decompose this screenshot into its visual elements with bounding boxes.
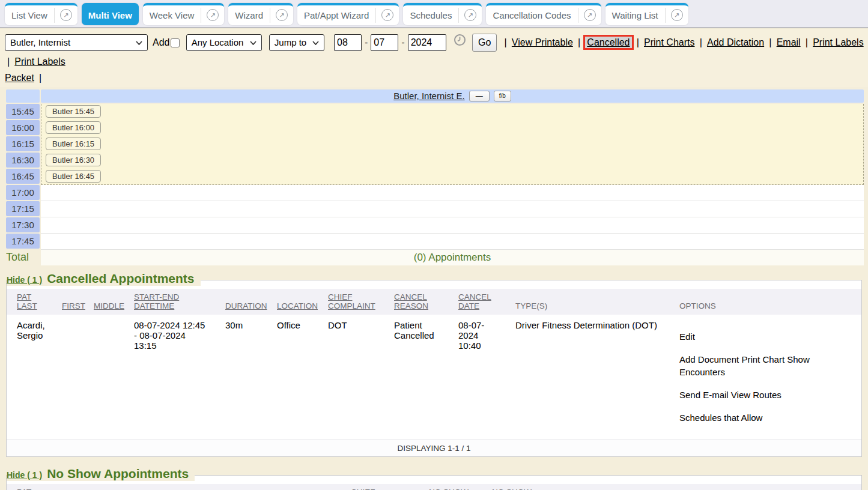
- open-in-new-button[interactable]: ↗: [270, 5, 293, 25]
- slot-button-1545[interactable]: Butler 15:45: [46, 105, 101, 118]
- col-first[interactable]: FIRST: [62, 289, 94, 315]
- arrow-up-right-icon: ↗: [381, 9, 393, 21]
- cell-options: Edit Add Document Print Chart Show Encou…: [679, 315, 861, 440]
- col-noshow-reason[interactable]: NO SHOW REASON: [429, 484, 492, 490]
- col-types: TYPE(S): [552, 484, 622, 490]
- options-action-links[interactable]: Edit: [679, 330, 857, 343]
- empty-schedule-row[interactable]: [41, 217, 864, 234]
- provider-name-link[interactable]: Butler, Internist E.: [393, 91, 464, 101]
- date-day-input[interactable]: [371, 34, 398, 51]
- col-duration[interactable]: DURATION: [248, 484, 300, 490]
- col-first[interactable]: FIRST: [62, 484, 94, 490]
- open-in-new-button[interactable]: ↗: [578, 5, 601, 25]
- noshow-section-legend: Hide ( 1 ) No Show Appointments: [7, 467, 195, 481]
- open-in-new-button[interactable]: ↗: [459, 5, 482, 25]
- slot-button-1645[interactable]: Butler 16:45: [46, 170, 101, 183]
- time-slot-label[interactable]: 17:30: [6, 217, 40, 232]
- tab-week-view[interactable]: Week View ↗: [143, 3, 224, 25]
- col-pat-last[interactable]: PAT LAST: [7, 484, 62, 490]
- pipe-separator: |: [505, 37, 507, 47]
- empty-schedule-row[interactable]: [41, 234, 864, 250]
- print-labels-link[interactable]: Print Labels: [813, 37, 864, 47]
- time-slot-label[interactable]: 16:00: [6, 120, 40, 135]
- col-chief-complaint[interactable]: CHIEF COMPLAINT: [328, 289, 394, 315]
- col-pat-last[interactable]: PAT LAST: [7, 289, 62, 315]
- col-cancel-date[interactable]: CANCEL DATE: [458, 289, 515, 315]
- tab-wizard[interactable]: Wizard ↗: [228, 3, 293, 25]
- hide-noshow-link[interactable]: Hide ( 1 ): [7, 470, 42, 480]
- tab-cancellation-codes[interactable]: Cancellation Codes ↗: [486, 3, 601, 25]
- go-button[interactable]: Go: [472, 34, 497, 52]
- open-in-new-button[interactable]: ↗: [201, 5, 224, 25]
- open-in-new-button[interactable]: ↗: [55, 5, 77, 25]
- add-checkbox[interactable]: [171, 38, 180, 47]
- col-middle[interactable]: MIDDLE: [94, 289, 134, 315]
- jump-to-select[interactable]: Jump to: [269, 34, 324, 51]
- collapse-column-button[interactable]: —: [469, 91, 490, 101]
- add-label: Add: [153, 37, 169, 47]
- col-start-end[interactable]: START-END DATETIME: [134, 484, 248, 490]
- print-labels-packet-link[interactable]: Packet: [5, 73, 34, 83]
- location-select[interactable]: Any Location: [186, 34, 262, 51]
- col-start-end[interactable]: START-END DATETIME: [134, 289, 225, 315]
- arrow-up-right-icon: ↗: [207, 9, 219, 21]
- options-action-links[interactable]: Schedules that Allow: [679, 411, 857, 424]
- col-middle[interactable]: MIDDLE: [94, 484, 134, 490]
- email-link[interactable]: Email: [777, 37, 801, 47]
- time-slot-label[interactable]: 17:00: [6, 185, 40, 200]
- time-slot-label[interactable]: 15:45: [6, 104, 40, 119]
- pipe-separator: |: [7, 56, 10, 67]
- time-slot-label[interactable]: 17:15: [6, 201, 40, 216]
- print-labels-2-link[interactable]: Print Labels: [14, 56, 65, 67]
- col-options: OPTIONS: [679, 289, 861, 315]
- tab-schedules[interactable]: Schedules ↗: [403, 3, 482, 25]
- grid-corner-cell: [6, 89, 40, 103]
- tab-label: Week View: [143, 5, 201, 25]
- empty-schedule-row[interactable]: [41, 201, 864, 217]
- tab-list-view[interactable]: List View ↗: [5, 3, 77, 25]
- tab-waiting-list[interactable]: Waiting List ↗: [605, 3, 688, 25]
- tab-pat-appt-wizard[interactable]: Pat/Appt Wizard ↗: [297, 3, 399, 25]
- cancelled-link[interactable]: Cancelled: [585, 37, 631, 48]
- noshow-appointments-table: PAT LAST FIRST MIDDLE START-END DATETIME…: [7, 484, 861, 490]
- options-action-links[interactable]: Add Document Print Chart Show Encounters: [679, 353, 857, 378]
- col-location[interactable]: LOCATION: [300, 484, 351, 490]
- total-row: Total (0) Appointments: [6, 250, 864, 265]
- options-action-links[interactable]: Send E-mail View Routes: [679, 389, 857, 401]
- time-slot-label[interactable]: 17:45: [6, 234, 40, 249]
- add-dictation-link[interactable]: Add Dictation: [707, 37, 764, 47]
- fb-toggle-button[interactable]: f/b: [494, 91, 511, 101]
- col-duration[interactable]: DURATION: [225, 289, 277, 315]
- pipe-separator: |: [806, 37, 808, 47]
- provider-select[interactable]: Butler, Internist: [5, 34, 148, 51]
- empty-schedule-row[interactable]: [41, 185, 864, 201]
- view-tab-bar: List View ↗ Multi View Week View ↗ Wizar…: [0, 0, 868, 28]
- col-location[interactable]: LOCATION: [277, 289, 328, 315]
- slot-button-1600[interactable]: Butler 16:00: [46, 121, 101, 134]
- provider-column-header: Butler, Internist E. — f/b: [41, 89, 864, 103]
- time-slot-label[interactable]: 16:45: [6, 169, 40, 184]
- arrow-up-right-icon: ↗: [464, 9, 476, 21]
- slot-button-1615[interactable]: Butler 16:15: [46, 138, 101, 150]
- col-cancel-reason[interactable]: CANCEL REASON: [394, 289, 458, 315]
- cell-duration: 30m: [225, 315, 277, 440]
- tab-label: Cancellation Codes: [486, 5, 577, 25]
- time-slot-label[interactable]: 16:30: [6, 153, 40, 168]
- open-in-new-button[interactable]: ↗: [666, 5, 688, 25]
- view-printable-link[interactable]: View Printable: [512, 37, 573, 47]
- open-in-new-button[interactable]: ↗: [376, 5, 399, 25]
- print-charts-link[interactable]: Print Charts: [644, 37, 694, 47]
- col-noshow-date[interactable]: NO SHOW DATE: [492, 484, 552, 490]
- tab-multi-view[interactable]: Multi View: [82, 3, 139, 25]
- hide-cancelled-link[interactable]: Hide ( 1 ): [7, 275, 42, 285]
- time-slot-label[interactable]: 16:15: [6, 136, 40, 151]
- col-chief-complaint[interactable]: CHIEF COMPLAINT: [351, 484, 429, 490]
- col-options: OPTIONS: [622, 484, 861, 490]
- arrow-up-right-icon: ↗: [60, 9, 72, 21]
- clock-icon[interactable]: [454, 34, 466, 52]
- date-year-input[interactable]: [408, 34, 446, 51]
- slot-button-1630[interactable]: Butler 16:30: [46, 154, 101, 166]
- date-month-input[interactable]: [334, 34, 362, 51]
- cell-cancel-reason: Patient Cancelled: [394, 315, 458, 440]
- cancelled-appointments-section: Hide ( 1 ) Cancelled Appointments PAT LA…: [6, 280, 862, 457]
